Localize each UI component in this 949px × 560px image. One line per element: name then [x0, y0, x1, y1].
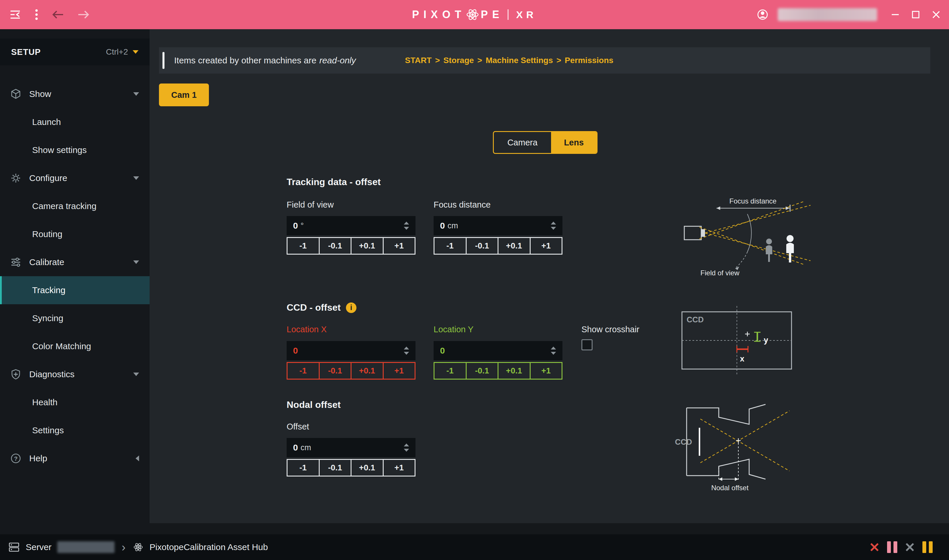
minus-1-button[interactable]: -1	[435, 238, 466, 254]
plus-1-button[interactable]: +1	[383, 238, 415, 254]
sidebar-item-calibrate[interactable]: Calibrate	[0, 248, 150, 276]
maximize-icon[interactable]	[911, 10, 920, 19]
info-icon[interactable]: i	[346, 303, 356, 313]
minus-0-1-button[interactable]: -0.1	[319, 363, 351, 379]
plus-0-1-button[interactable]: +0.1	[350, 238, 383, 254]
server-name-redacted[interactable]	[57, 541, 114, 553]
field-of-view-input[interactable]: 0 °	[287, 216, 415, 235]
stepper-down-icon[interactable]	[404, 352, 409, 355]
stepper-up-icon[interactable]	[404, 346, 409, 349]
breadcrumb-machine-settings[interactable]: Machine Settings	[486, 56, 553, 65]
setup-label: SETUP	[11, 47, 41, 57]
user-email-redacted[interactable]	[778, 8, 877, 21]
asset-hub-atom-icon	[133, 542, 144, 553]
plus-1-button[interactable]: +1	[530, 363, 562, 379]
status-stop-gray-icon[interactable]	[904, 542, 915, 553]
breadcrumb-start[interactable]: START	[405, 56, 432, 65]
kebab-menu-icon[interactable]	[34, 8, 39, 21]
chevron-down-icon[interactable]	[133, 176, 139, 180]
status-stop-red-icon[interactable]	[869, 542, 880, 553]
sidebar-item-settings[interactable]: Settings	[0, 416, 150, 445]
setup-selector[interactable]: SETUP Ctrl+2	[0, 38, 150, 65]
stepper-down-icon[interactable]	[404, 227, 409, 230]
plus-0-1-button[interactable]: +0.1	[498, 363, 530, 379]
show-crosshair-checkbox[interactable]	[582, 339, 593, 350]
sidebar-item-syncing[interactable]: Syncing	[0, 304, 150, 332]
main-content: Items created by other machines areread-…	[150, 29, 949, 534]
plus-0-1-button[interactable]: +0.1	[350, 363, 383, 379]
ccd-diagram: CCD y x	[679, 306, 795, 375]
x-axis-label: x	[740, 354, 744, 363]
focus-distance-label: Focus distance	[434, 200, 491, 210]
show-cube-icon	[10, 88, 22, 100]
sidebar-item-routing[interactable]: Routing	[0, 220, 150, 248]
logo-divider	[508, 9, 508, 20]
sidebar-item-camera-tracking[interactable]: Camera tracking	[0, 192, 150, 220]
close-icon[interactable]	[932, 10, 941, 19]
sidebar-item-configure[interactable]: Configure	[0, 164, 150, 192]
asset-hub-label[interactable]: PixotopeCalibration Asset Hub	[150, 542, 268, 552]
stepper-down-icon[interactable]	[551, 227, 556, 230]
sidebar-item-health[interactable]: Health	[0, 388, 150, 416]
stepper-down-icon[interactable]	[404, 449, 409, 452]
tab-camera[interactable]: Camera	[494, 132, 551, 153]
minus-1-button[interactable]: -1	[287, 460, 319, 475]
stepper-up-icon[interactable]	[551, 222, 556, 225]
minimize-icon[interactable]	[890, 10, 900, 19]
plus-1-button[interactable]: +1	[383, 363, 415, 379]
nodal-ccd-label: CCD	[675, 438, 692, 446]
focus-distance-step-buttons: -1 -0.1 +0.1 +1	[434, 237, 562, 255]
stepper-up-icon[interactable]	[551, 346, 556, 349]
svg-text:?: ?	[14, 455, 17, 462]
sidebar-collapse-icon[interactable]	[9, 8, 22, 21]
help-icon: ?	[10, 453, 22, 464]
minus-0-1-button[interactable]: -0.1	[466, 363, 498, 379]
notice-accent-bar	[162, 52, 165, 69]
stepper-up-icon[interactable]	[404, 443, 409, 446]
breadcrumb-storage[interactable]: Storage	[443, 56, 474, 65]
breadcrumb-permissions[interactable]: Permissions	[565, 56, 614, 65]
sidebar-item-help[interactable]: ? Help	[0, 445, 150, 472]
minus-1-button[interactable]: -1	[287, 238, 319, 254]
chevron-down-icon[interactable]	[133, 260, 139, 264]
sidebar-item-show-settings[interactable]: Show settings	[0, 136, 150, 164]
minus-0-1-button[interactable]: -0.1	[319, 238, 351, 254]
location-y-input[interactable]: 0	[434, 341, 562, 360]
focus-distance-input[interactable]: 0 cm	[434, 216, 562, 235]
stepper-down-icon[interactable]	[551, 352, 556, 355]
forward-arrow-icon[interactable]	[77, 9, 90, 20]
sidebar-item-show[interactable]: Show	[0, 80, 150, 108]
user-icon[interactable]	[756, 8, 769, 21]
minus-1-button[interactable]: -1	[287, 363, 319, 379]
status-pause-pink-icon[interactable]	[887, 541, 897, 553]
stepper-up-icon[interactable]	[404, 222, 409, 225]
tracking-offset-title: Tracking data - offset	[287, 177, 381, 188]
app-logo: PIXOT PE XR	[412, 0, 537, 29]
minus-0-1-button[interactable]: -0.1	[319, 460, 351, 475]
ccd-offset-title: CCD - offset i	[287, 302, 356, 313]
status-pause-yellow-icon[interactable]	[923, 541, 933, 553]
logo-text-left: PIXOT	[412, 8, 466, 21]
back-arrow-icon[interactable]	[51, 9, 64, 20]
plus-0-1-button[interactable]: +0.1	[350, 460, 383, 475]
chevron-right-icon: ›	[122, 541, 125, 553]
offset-input[interactable]: 0 cm	[287, 438, 415, 457]
tab-lens[interactable]: Lens	[551, 132, 597, 153]
chevron-down-icon[interactable]	[133, 50, 139, 54]
sidebar-item-launch[interactable]: Launch	[0, 108, 150, 136]
minus-0-1-button[interactable]: -0.1	[466, 238, 498, 254]
chevron-left-icon[interactable]	[136, 455, 139, 461]
location-x-input[interactable]: 0	[287, 341, 415, 360]
chevron-down-icon[interactable]	[133, 372, 139, 376]
cam-1-button[interactable]: Cam 1	[159, 83, 209, 106]
chevron-down-icon[interactable]	[133, 92, 139, 96]
plus-1-button[interactable]: +1	[530, 238, 562, 254]
sidebar-item-color-matching[interactable]: Color Matching	[0, 332, 150, 360]
plus-0-1-button[interactable]: +0.1	[498, 238, 530, 254]
minus-1-button[interactable]: -1	[435, 363, 466, 379]
diagnostics-shield-icon	[10, 369, 22, 380]
plus-1-button[interactable]: +1	[383, 460, 415, 475]
sidebar-item-diagnostics[interactable]: Diagnostics	[0, 360, 150, 388]
statusbar: Server › PixotopeCalibration Asset Hub	[0, 534, 949, 560]
sidebar-item-tracking[interactable]: Tracking	[0, 276, 150, 304]
